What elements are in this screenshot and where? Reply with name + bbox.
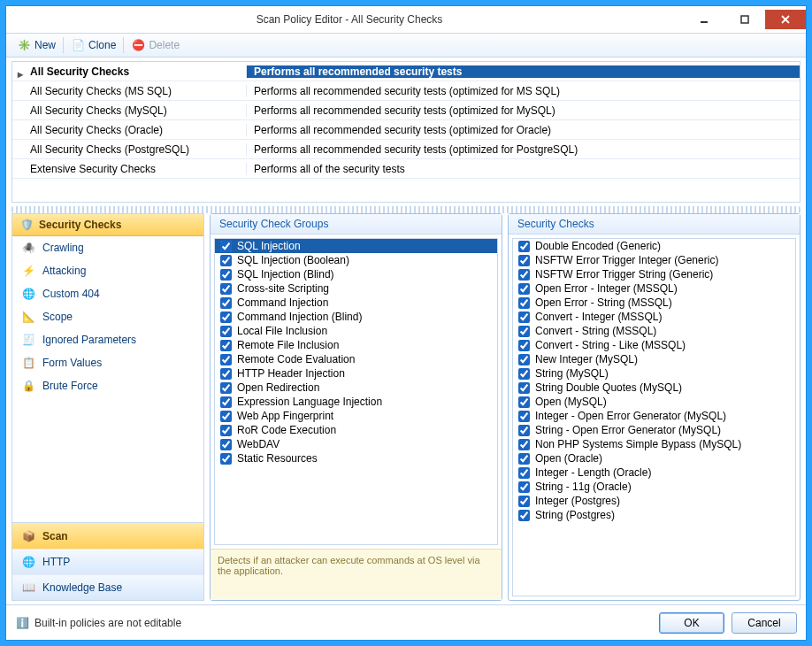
sidebar-item[interactable]: 🕷️Crawling <box>12 236 203 259</box>
group-row[interactable]: HTTP Header Injection <box>215 366 497 381</box>
group-checkbox[interactable] <box>220 326 232 337</box>
group-checkbox[interactable] <box>220 396 232 408</box>
group-checkbox[interactable] <box>220 255 232 266</box>
sidebar-item[interactable]: 🧾Ignored Parameters <box>12 328 203 351</box>
check-row[interactable]: Convert - Integer (MSSQL) <box>513 310 795 324</box>
sidebar-item[interactable]: 🔒Brute Force <box>12 374 203 397</box>
check-checkbox[interactable] <box>518 382 530 394</box>
window-maximize-button[interactable] <box>724 10 765 29</box>
group-row[interactable]: Remote Code Evaluation <box>215 352 497 366</box>
check-checkbox[interactable] <box>518 510 530 521</box>
policy-row[interactable]: All Security Checks (MySQL)Performs all … <box>12 101 800 120</box>
sidebar-item[interactable]: 📐Scope <box>12 305 203 328</box>
check-checkbox[interactable] <box>518 467 530 479</box>
group-row[interactable]: Open Redirection <box>215 381 497 395</box>
group-row[interactable]: Remote File Inclusion <box>215 338 497 352</box>
check-row[interactable]: Integer (Postgres) <box>513 494 795 508</box>
sidebar-item[interactable]: 📋Form Values <box>12 351 203 374</box>
cancel-button[interactable]: Cancel <box>732 612 797 634</box>
check-checkbox[interactable] <box>518 297 530 309</box>
group-checkbox[interactable] <box>220 382 232 394</box>
check-row[interactable]: String (Postgres) <box>513 508 795 522</box>
group-checkbox[interactable] <box>220 425 232 436</box>
group-checkbox[interactable] <box>220 411 232 422</box>
window-minimize-button[interactable] <box>684 10 724 29</box>
check-row[interactable]: String (MySQL) <box>513 366 795 381</box>
check-checkbox[interactable] <box>518 326 530 337</box>
group-checkbox[interactable] <box>220 283 232 295</box>
window-close-button[interactable] <box>765 10 806 29</box>
group-row[interactable]: Command Injection (Blind) <box>215 310 497 324</box>
check-checkbox[interactable] <box>518 439 530 450</box>
check-row[interactable]: Open (Oracle) <box>513 451 795 465</box>
check-checkbox[interactable] <box>518 411 530 422</box>
group-checkbox[interactable] <box>220 439 232 450</box>
group-checkbox[interactable] <box>220 354 232 365</box>
group-row[interactable]: SQL Injection (Blind) <box>215 267 497 281</box>
group-row[interactable]: RoR Code Execution <box>215 423 497 437</box>
sidebar-section[interactable]: 📖Knowledge Base <box>12 574 203 600</box>
check-row[interactable]: Convert - String (MSSQL) <box>513 324 795 338</box>
delete-button[interactable]: ⛔ Delete <box>126 38 185 52</box>
horizontal-splitter[interactable] <box>11 206 801 213</box>
group-row[interactable]: Local File Inclusion <box>215 324 497 338</box>
group-checkbox[interactable] <box>220 368 232 380</box>
sidebar-section[interactable]: 🌐HTTP <box>12 549 203 574</box>
check-checkbox[interactable] <box>518 340 530 351</box>
check-row[interactable]: Double Encoded (Generic) <box>513 239 795 253</box>
check-row[interactable]: String - 11g (Oracle) <box>513 480 795 494</box>
checks-list[interactable]: Double Encoded (Generic)NSFTW Error Trig… <box>512 238 796 596</box>
group-row[interactable]: Web App Fingerprint <box>215 409 497 423</box>
sidebar-section[interactable]: 📦Scan <box>12 523 203 549</box>
check-checkbox[interactable] <box>518 255 530 266</box>
check-checkbox[interactable] <box>518 425 530 436</box>
check-row[interactable]: Open (MySQL) <box>513 395 795 409</box>
check-row[interactable]: Integer - Length (Oracle) <box>513 465 795 480</box>
group-checkbox[interactable] <box>220 453 232 465</box>
check-row[interactable]: Open Error - String (MSSQL) <box>513 296 795 310</box>
check-row[interactable]: NSFTW Error Trigger String (Generic) <box>513 267 795 281</box>
group-row[interactable]: Command Injection <box>215 296 497 310</box>
group-row[interactable]: WebDAV <box>215 437 497 451</box>
check-row[interactable]: Non PHP Systems Simple Bypass (MySQL) <box>513 437 795 451</box>
policy-row[interactable]: All Security Checks (Oracle)Performs all… <box>12 120 800 140</box>
group-row[interactable]: Static Resources <box>215 451 497 465</box>
check-checkbox[interactable] <box>518 368 530 380</box>
group-row[interactable]: SQL Injection <box>215 239 497 253</box>
group-checkbox[interactable] <box>220 340 232 351</box>
group-checkbox[interactable] <box>220 241 232 252</box>
check-checkbox[interactable] <box>518 396 530 408</box>
group-row[interactable]: Expression Language Injection <box>215 395 497 409</box>
check-row[interactable]: New Integer (MySQL) <box>513 352 795 366</box>
check-checkbox[interactable] <box>518 311 530 323</box>
check-checkbox[interactable] <box>518 453 530 465</box>
sidebar-item[interactable]: 🌐Custom 404 <box>12 282 203 305</box>
policy-row[interactable]: All Security Checks (PostgreSQL)Performs… <box>12 140 800 159</box>
policy-row[interactable]: ▸All Security ChecksPerforms all recomme… <box>12 62 800 81</box>
check-checkbox[interactable] <box>518 241 530 252</box>
sidebar-header-security-checks[interactable]: 🛡️ Security Checks <box>12 214 203 236</box>
check-checkbox[interactable] <box>518 496 530 507</box>
group-checkbox[interactable] <box>220 269 232 281</box>
check-checkbox[interactable] <box>518 269 530 281</box>
check-row[interactable]: Open Error - Integer (MSSQL) <box>513 281 795 296</box>
groups-list[interactable]: SQL InjectionSQL Injection (Boolean)SQL … <box>214 238 498 545</box>
group-checkbox[interactable] <box>220 297 232 309</box>
check-row[interactable]: Convert - String - Like (MSSQL) <box>513 338 795 352</box>
check-checkbox[interactable] <box>518 354 530 365</box>
check-row[interactable]: String - Open Error Generator (MySQL) <box>513 423 795 437</box>
new-button[interactable]: ✳️ New <box>11 38 61 52</box>
group-checkbox[interactable] <box>220 311 232 323</box>
group-row[interactable]: Cross-site Scripting <box>215 281 497 296</box>
ok-button[interactable]: OK <box>659 612 724 634</box>
sidebar-item[interactable]: ⚡Attacking <box>12 259 203 282</box>
check-checkbox[interactable] <box>518 283 530 295</box>
check-row[interactable]: NSFTW Error Trigger Integer (Generic) <box>513 253 795 267</box>
clone-button[interactable]: 📄 Clone <box>65 38 121 52</box>
policy-row[interactable]: Extensive Security ChecksPerforms all of… <box>12 159 800 179</box>
check-row[interactable]: String Double Quotes (MySQL) <box>513 381 795 395</box>
group-row[interactable]: SQL Injection (Boolean) <box>215 253 497 267</box>
policy-row[interactable]: All Security Checks (MS SQL)Performs all… <box>12 81 800 101</box>
check-row[interactable]: Integer - Open Error Generator (MySQL) <box>513 409 795 423</box>
check-checkbox[interactable] <box>518 481 530 493</box>
